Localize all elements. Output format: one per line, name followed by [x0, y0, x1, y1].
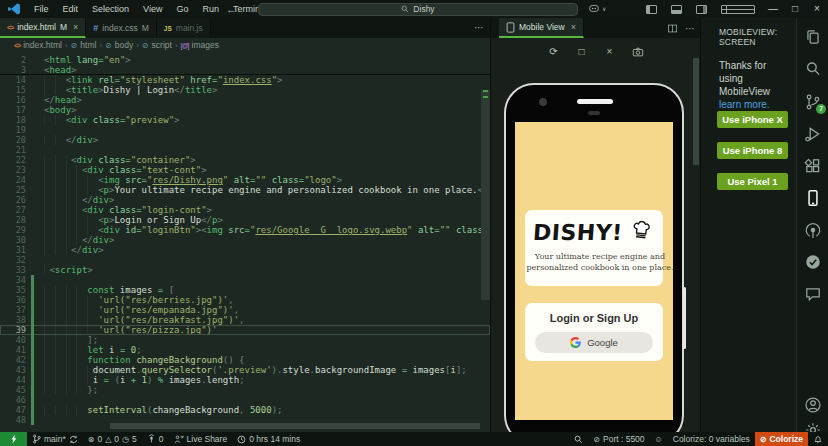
code-line[interactable]: 26</div>: [0, 195, 490, 205]
problems-status[interactable]: ⊗0 △0 ◷5: [83, 432, 142, 446]
tab-index-html[interactable]: <> index.html M ×: [0, 18, 86, 38]
code-line[interactable]: 43document.querySelector('.preview').sty…: [0, 365, 490, 375]
forward-arrow-icon[interactable]: →: [245, 3, 256, 15]
colorize-button[interactable]: ⊘ Colorize: [755, 432, 808, 446]
code-line[interactable]: 35const images = [: [0, 285, 490, 295]
time-tracker-status[interactable]: 0 hrs 14 mins: [232, 432, 305, 446]
code-line[interactable]: 15<title>Dishy | Login</title>: [0, 85, 490, 95]
toggle-sidebar-icon[interactable]: [646, 5, 657, 14]
screencast-search[interactable]: [569, 432, 588, 446]
command-search-input[interactable]: Dishy: [258, 3, 578, 16]
code-line[interactable]: 22<div class="container">: [0, 155, 490, 165]
code-line[interactable]: 16</head>: [0, 95, 490, 105]
menu-selection[interactable]: Selection: [85, 0, 136, 18]
extensions-icon[interactable]: [804, 157, 822, 175]
code-line[interactable]: 34: [0, 275, 490, 285]
code-line[interactable]: 36'url("res/berries.jpg")',: [0, 295, 490, 305]
minimize-button[interactable]: —: [762, 0, 784, 18]
breadcrumb-item-script[interactable]: ⊘script: [142, 40, 172, 50]
code-line[interactable]: 20</div>: [0, 135, 490, 145]
search-icon[interactable]: [804, 60, 822, 78]
code-line[interactable]: 14<link rel="stylesheet" href="index.css…: [0, 75, 490, 85]
code-line[interactable]: 39'url("res/pizza.jpg")': [0, 325, 490, 335]
code-line[interactable]: 29<div id="loginBtn"><img src="res/Googl…: [0, 225, 490, 235]
code-line[interactable]: 40];: [0, 335, 490, 345]
account-icon[interactable]: [804, 396, 822, 414]
menu-edit[interactable]: Edit: [56, 0, 86, 18]
code-line[interactable]: 19: [0, 125, 490, 135]
refresh-icon[interactable]: ⟳: [548, 46, 560, 58]
code-line[interactable]: 23<div class="text-cont">: [0, 165, 490, 175]
colorize-variables-status[interactable]: Colorize: 0 variables: [668, 432, 755, 446]
maximize-button[interactable]: □: [784, 0, 806, 18]
code-line[interactable]: 32: [0, 255, 490, 265]
live-share-status[interactable]: Live Share: [169, 432, 233, 446]
code-line[interactable]: 28<p>Login or Sign Up</p>: [0, 215, 490, 225]
learn-more-link[interactable]: learn more.: [719, 99, 770, 110]
tab-overflow-icon[interactable]: ⋯: [474, 18, 484, 38]
check-circle-icon[interactable]: [804, 253, 822, 271]
code-line[interactable]: 3<head>: [0, 65, 490, 75]
breadcrumb-item-file[interactable]: <>index.html: [14, 40, 62, 50]
horizontal-scrollbar[interactable]: [110, 423, 480, 429]
code-line[interactable]: 25<p>Your ultimate recipe engine and per…: [0, 185, 490, 195]
explorer-icon[interactable]: [804, 28, 822, 46]
run-debug-icon[interactable]: [804, 125, 822, 143]
code-line[interactable]: 33<script>: [0, 265, 490, 275]
code-line[interactable]: 42function changeBackground() {: [0, 355, 490, 365]
notifications-bell[interactable]: [808, 432, 828, 446]
code-line[interactable]: 21: [0, 145, 490, 155]
code-line[interactable]: 44i = (i + 1) % images.length;: [0, 375, 490, 385]
copilot-menu[interactable]: ∨: [588, 2, 606, 14]
breadcrumb-item-html[interactable]: ⊘html: [71, 40, 97, 50]
code-line[interactable]: 38'url("res/breakfast.jpg")',: [0, 315, 490, 325]
toggle-panel-icon[interactable]: [671, 5, 682, 14]
git-branch-status[interactable]: main*: [27, 432, 83, 446]
menu-view[interactable]: View: [136, 0, 169, 18]
code-line[interactable]: 37'url("res/empanada.jpg")',: [0, 305, 490, 315]
google-login-button[interactable]: Google: [535, 332, 653, 353]
use-iphone-8-button[interactable]: Use iPhone 8: [717, 142, 788, 159]
code-editor[interactable]: 2<html lang="en">3<head>14<link rel="sty…: [0, 52, 490, 432]
code-line[interactable]: 46: [0, 395, 490, 405]
mobile-view-icon[interactable]: [804, 189, 822, 207]
toggle-secondary-sidebar-icon[interactable]: [696, 5, 707, 14]
code-line[interactable]: 45};: [0, 385, 490, 395]
split-editor-icon[interactable]: [667, 23, 678, 34]
code-line[interactable]: 47setInterval(changeBackground, 5000);: [0, 405, 490, 415]
close-tab-icon[interactable]: ×: [73, 22, 78, 32]
tab-index-css[interactable]: # index.css M: [86, 18, 157, 38]
use-pixel-1-button[interactable]: Use Pixel 1: [717, 173, 788, 190]
feedback-smiley[interactable]: ☺: [650, 432, 668, 446]
menu-run[interactable]: Run: [195, 0, 226, 18]
live-server-port[interactable]: ⊘ Port : 5500: [588, 432, 649, 446]
tab-main-js[interactable]: JS main.js: [157, 18, 211, 38]
customize-layout-icon[interactable]: [721, 5, 755, 14]
broadcast-icon[interactable]: [804, 221, 822, 239]
menu-file[interactable]: File: [27, 0, 56, 18]
code-line[interactable]: 2<html lang="en">: [0, 55, 490, 65]
code-line[interactable]: 17<body>: [0, 105, 490, 115]
camera-icon[interactable]: [632, 46, 644, 58]
tab-mobile-view[interactable]: Mobile View ×: [499, 18, 584, 38]
close-window-button[interactable]: ×: [806, 0, 828, 18]
code-line[interactable]: 31</div>: [0, 245, 490, 255]
use-iphone-x-button[interactable]: Use iPhone X: [717, 111, 788, 128]
code-line[interactable]: 41let i = 0;: [0, 345, 490, 355]
code-line[interactable]: 18<div class="preview">: [0, 115, 490, 125]
remote-indicator[interactable]: [0, 432, 27, 446]
code-line[interactable]: 24<img src="res/Dishy.png" alt="" class=…: [0, 175, 490, 185]
breadcrumb-item-images[interactable]: [@]images: [181, 40, 219, 50]
vertical-scrollbar[interactable]: [481, 90, 490, 300]
comment-icon[interactable]: [804, 285, 822, 303]
close-preview-icon[interactable]: ×: [604, 46, 616, 58]
webview-scrollbar[interactable]: [693, 58, 699, 165]
breadcrumb-item-body[interactable]: ⊘body: [105, 40, 133, 50]
broadcast-status[interactable]: 0: [142, 432, 169, 446]
code-line[interactable]: 30</div>: [0, 235, 490, 245]
source-control-icon[interactable]: 7: [804, 93, 822, 111]
stop-icon[interactable]: □: [576, 46, 588, 58]
more-actions-icon[interactable]: ⋯: [685, 23, 695, 34]
menu-go[interactable]: Go: [169, 0, 195, 18]
code-line[interactable]: 27<div class="login-cont">: [0, 205, 490, 215]
